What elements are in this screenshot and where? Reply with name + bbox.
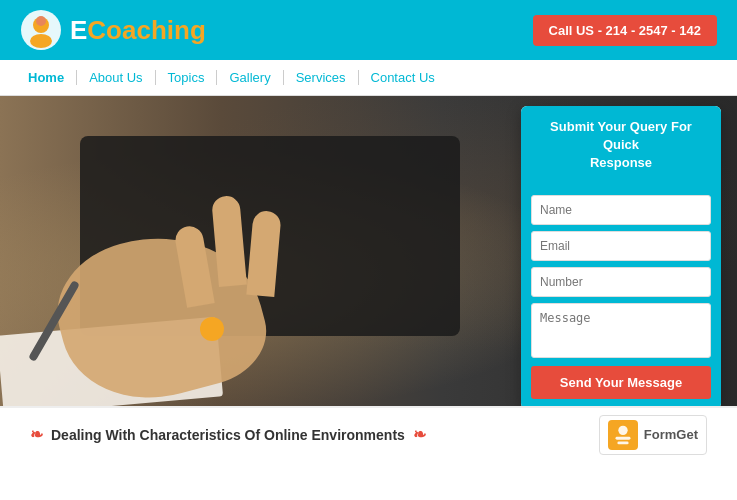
svg-point-3 — [36, 16, 46, 26]
nav-services[interactable]: Services — [284, 70, 359, 85]
form-body: Send Your Message — [521, 185, 721, 406]
nav-contact[interactable]: Contact Us — [359, 70, 447, 85]
svg-rect-7 — [617, 441, 628, 444]
formget-badge: FormGet — [599, 415, 707, 455]
footer-text: ❧ Dealing With Characteristics Of Online… — [30, 425, 426, 444]
hero-section: Submit Your Query For Quick Response Sen… — [0, 96, 737, 406]
nav-gallery[interactable]: Gallery — [217, 70, 283, 85]
leaf-right-icon: ❧ — [413, 425, 426, 444]
svg-point-5 — [618, 425, 627, 434]
nav-about[interactable]: About Us — [77, 70, 155, 85]
leaf-left-icon: ❧ — [30, 425, 43, 444]
email-input[interactable] — [531, 231, 711, 261]
hero-illustration — [0, 96, 500, 406]
svg-rect-6 — [615, 436, 630, 439]
message-input[interactable] — [531, 303, 711, 358]
send-button[interactable]: Send Your Message — [531, 366, 711, 399]
logo-text: ECoaching — [70, 15, 206, 46]
header: ECoaching Call US - 214 - 2547 - 142 — [0, 0, 737, 60]
navigation: Home About Us Topics Gallery Services Co… — [0, 60, 737, 96]
query-form: Submit Your Query For Quick Response Sen… — [521, 106, 721, 406]
svg-point-2 — [30, 34, 52, 48]
orange-object — [200, 317, 224, 341]
nav-topics[interactable]: Topics — [156, 70, 218, 85]
form-header: Submit Your Query For Quick Response — [521, 106, 721, 185]
formget-label: FormGet — [644, 427, 698, 442]
logo-icon — [20, 9, 62, 51]
call-button[interactable]: Call US - 214 - 2547 - 142 — [533, 15, 717, 46]
number-input[interactable] — [531, 267, 711, 297]
name-input[interactable] — [531, 195, 711, 225]
footer-bar: ❧ Dealing With Characteristics Of Online… — [0, 406, 737, 461]
nav-home[interactable]: Home — [16, 70, 77, 85]
logo-area: ECoaching — [20, 9, 206, 51]
formget-logo-icon — [608, 420, 638, 450]
